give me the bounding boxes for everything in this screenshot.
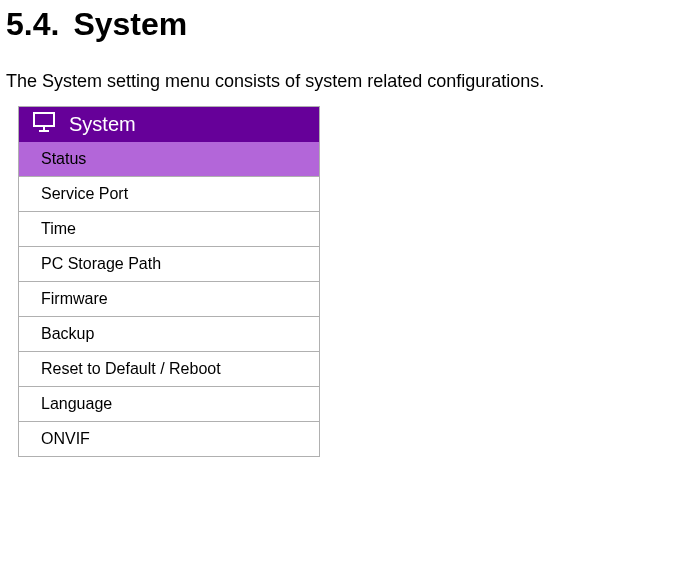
menu-item-language[interactable]: Language [19,386,319,421]
menu-item-label: Reset to Default / Reboot [41,360,221,377]
menu-header[interactable]: System [19,107,319,142]
monitor-icon [33,112,55,137]
section-number: 5.4. [6,6,59,42]
menu-item-onvif[interactable]: ONVIF [19,421,319,456]
section-heading: 5.4.System [0,0,675,43]
menu-title: System [69,113,136,136]
menu-item-label: Language [41,395,112,412]
menu-item-label: Time [41,220,76,237]
menu-item-service-port[interactable]: Service Port [19,176,319,211]
system-menu: System StatusService PortTimePC Storage … [18,106,320,457]
menu-item-reset-to-default-reboot[interactable]: Reset to Default / Reboot [19,351,319,386]
menu-item-backup[interactable]: Backup [19,316,319,351]
menu-item-label: ONVIF [41,430,90,447]
menu-item-label: Firmware [41,290,108,307]
section-description: The System setting menu consists of syst… [0,43,675,92]
menu-item-label: Status [41,150,86,167]
menu-item-firmware[interactable]: Firmware [19,281,319,316]
menu-item-label: PC Storage Path [41,255,161,272]
menu-item-status[interactable]: Status [19,142,319,176]
menu-item-label: Backup [41,325,94,342]
svg-rect-0 [34,113,54,126]
menu-item-time[interactable]: Time [19,211,319,246]
menu-item-pc-storage-path[interactable]: PC Storage Path [19,246,319,281]
section-title: System [73,6,187,42]
menu-item-label: Service Port [41,185,128,202]
